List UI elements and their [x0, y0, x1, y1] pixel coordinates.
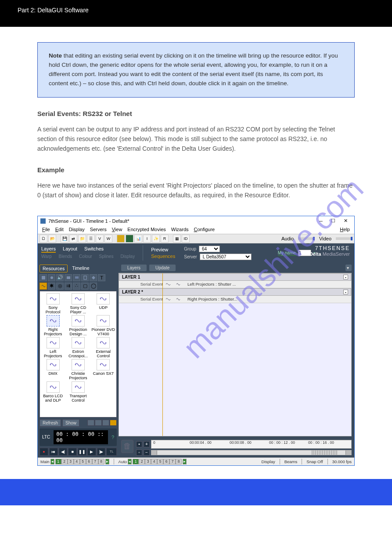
filter-serial-icon[interactable]: [40, 283, 47, 290]
preview-link[interactable]: Preview: [151, 247, 175, 252]
timeline-scrollbar[interactable]: [151, 450, 352, 455]
auto-nums-btn[interactable]: 3: [145, 459, 151, 464]
tb-i-icon[interactable]: I: [143, 235, 151, 243]
zoom-out-button[interactable]: −: [144, 450, 150, 456]
resources-tab[interactable]: Resources: [40, 265, 68, 272]
menu-configure[interactable]: Configure: [194, 227, 215, 232]
tl-button[interactable]: TL: [106, 448, 117, 456]
filter-node-icon[interactable]: ∴: [73, 283, 80, 290]
filter-link-icon[interactable]: ⇉: [65, 283, 72, 290]
tl-update-chip[interactable]: Update: [149, 265, 176, 271]
layer-1-header[interactable]: LAYER 1 -: [119, 273, 351, 281]
subtab-splines[interactable]: Splines: [99, 254, 114, 259]
filter-rect-icon[interactable]: [65, 274, 72, 281]
resource-item[interactable]: Canon SX7: [91, 359, 115, 380]
tb-chart-icon[interactable]: 📊: [134, 235, 142, 243]
resource-item[interactable]: Pioneer DVD V7400: [91, 315, 115, 336]
resource-item[interactable]: Projection Design ...: [66, 315, 90, 336]
status-main-next[interactable]: ▸: [105, 459, 109, 464]
layer-1-collapse-icon[interactable]: -: [343, 275, 348, 279]
tb-color1-icon[interactable]: [117, 235, 125, 243]
subtab-colour[interactable]: Colour: [79, 254, 92, 259]
main-nums-btn[interactable]: 2: [61, 459, 68, 464]
layer-2-row[interactable]: Serial Event Right Projectors : Shutter.…: [119, 296, 351, 303]
status-auto-prev[interactable]: ◂: [128, 459, 132, 464]
tb-wand-icon[interactable]: ✨: [152, 235, 160, 243]
status-beams[interactable]: Beams: [284, 459, 298, 464]
main-nums-btn[interactable]: 7: [92, 459, 98, 464]
status-display[interactable]: Display: [262, 459, 275, 464]
status-snap[interactable]: Snap Off: [306, 459, 323, 464]
filter-target-icon[interactable]: ◎: [56, 283, 64, 290]
menu-view[interactable]: View: [112, 227, 122, 232]
resource-item[interactable]: Transport Control: [66, 381, 90, 403]
status-auto-next[interactable]: ▸: [183, 459, 187, 464]
tl-layers-chip[interactable]: Layers: [121, 265, 147, 271]
main-nums-btn[interactable]: 4: [74, 459, 80, 464]
tb-new-icon[interactable]: 🗋: [40, 235, 47, 243]
view-mode-1[interactable]: [87, 420, 94, 426]
tb-folder-icon[interactable]: 📁: [78, 235, 86, 243]
resource-item[interactable]: Christie Projectors: [66, 359, 90, 380]
auto-nums-btn[interactable]: 1: [133, 459, 139, 464]
time-ruler[interactable]: 0 00:00:04 . 00 00:00:08 . 00 00 : 00 : …: [151, 440, 352, 449]
subtab-warp[interactable]: Warp: [41, 254, 52, 259]
step-back-button[interactable]: ◀|: [59, 448, 68, 456]
tb-w-icon[interactable]: W: [104, 235, 112, 243]
ruler-opt2-icon[interactable]: ▫: [136, 450, 142, 456]
playhead[interactable]: [162, 273, 163, 436]
resource-item[interactable]: Sony Protocol: [41, 293, 65, 314]
resource-item[interactable]: UDP: [91, 293, 115, 314]
menu-file[interactable]: File: [42, 227, 50, 232]
tb-grid-icon[interactable]: ▦: [173, 235, 181, 243]
filter-image-icon[interactable]: [48, 274, 55, 281]
resource-item[interactable]: Right Projectors: [41, 315, 65, 336]
timeline-body[interactable]: LAYER 1 - Serial Event Left Projectors :…: [119, 273, 352, 436]
filter-mask-icon[interactable]: [90, 274, 97, 281]
menu-wizards[interactable]: Wizards: [171, 227, 189, 232]
filter-sheet-icon[interactable]: [81, 274, 89, 281]
filter-fx-icon[interactable]: ✱: [48, 283, 55, 290]
zoom-in-button[interactable]: +: [144, 441, 150, 447]
resource-item[interactable]: Extron Crosspoi...: [66, 337, 90, 358]
ltc-help-icon[interactable]: ?: [111, 435, 114, 440]
rewind-button[interactable]: ⏮: [49, 448, 58, 456]
view-mode-4[interactable]: [110, 420, 117, 426]
subtab-blends[interactable]: Blends: [59, 254, 72, 259]
filter-circle-icon[interactable]: ◯: [90, 283, 97, 290]
tb-save-icon[interactable]: 💾: [61, 235, 68, 243]
view-mode-2[interactable]: [95, 420, 102, 426]
sequences-link[interactable]: Sequences: [151, 254, 175, 259]
trash-icon[interactable]: 🗑: [121, 440, 133, 453]
pause-button[interactable]: ❚❚: [78, 448, 86, 456]
tb-chain-icon[interactable]: ⇄: [69, 235, 77, 243]
close-button[interactable]: ✕: [339, 217, 352, 225]
layer-2-clip[interactable]: Right Projectors : Shutter...: [187, 297, 237, 301]
resource-item[interactable]: Left Projectors: [41, 337, 65, 358]
resource-item[interactable]: Sony CD Player ...: [66, 293, 90, 314]
filter-audio-icon[interactable]: 🔊: [56, 274, 64, 281]
tb-id-icon[interactable]: ID: [182, 235, 190, 243]
subtab-display[interactable]: Display: [120, 254, 135, 259]
stop-button[interactable]: ■: [68, 448, 77, 456]
timeline-tab[interactable]: Timeline: [69, 265, 92, 272]
auto-nums-btn[interactable]: 6: [163, 459, 169, 464]
auto-nums-btn[interactable]: 4: [151, 459, 157, 464]
resource-item[interactable]: External Control: [91, 337, 115, 358]
filter-square-icon[interactable]: ▢: [81, 283, 89, 290]
tab-switches[interactable]: Switches: [84, 246, 104, 253]
refresh-button[interactable]: Refresh: [40, 419, 61, 427]
auto-nums-btn[interactable]: 7: [169, 459, 176, 464]
tb-list-icon[interactable]: ☰: [87, 235, 95, 243]
layer-2-header[interactable]: LAYER 2 * -: [119, 288, 351, 296]
tb-v-icon[interactable]: V: [96, 235, 104, 243]
tb-open-icon[interactable]: 📂: [48, 235, 56, 243]
auto-nums-btn[interactable]: 5: [157, 459, 163, 464]
main-nums-btn[interactable]: 1: [55, 459, 61, 464]
auto-nums-btn[interactable]: 8: [176, 459, 182, 464]
maximize-button[interactable]: ☐: [327, 217, 339, 225]
tb-r-icon[interactable]: R: [161, 235, 169, 243]
tb-color2-icon[interactable]: [126, 235, 133, 243]
layer-2-collapse-icon[interactable]: -: [343, 290, 348, 294]
group-select[interactable]: 64: [199, 246, 220, 252]
